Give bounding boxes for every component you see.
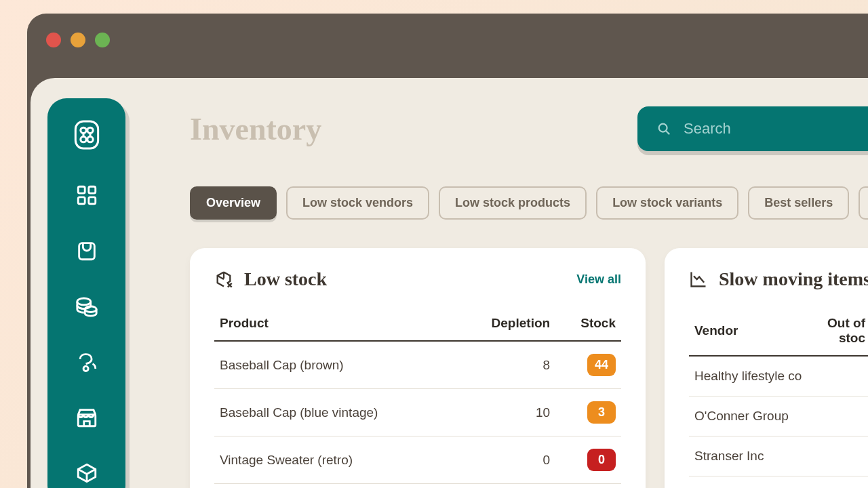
minimize-window-button[interactable] (71, 33, 85, 47)
cell-oos (810, 436, 868, 476)
maximize-window-button[interactable] (95, 33, 110, 47)
svg-point-14 (659, 124, 667, 132)
search-input[interactable]: Search (637, 106, 868, 151)
main-content: Inventory Search OverviewLow stock vendo… (146, 78, 868, 488)
cell-depletion: 8 (456, 341, 556, 389)
trend-down-icon (689, 270, 708, 289)
svg-point-2 (87, 127, 92, 133)
col-out-of-stock: Out of stoc (810, 309, 868, 356)
cell-product: Baseball Cap (blue vintage) (214, 389, 456, 436)
cell-vendor: O'Conner Group (689, 396, 810, 436)
svg-point-12 (83, 366, 88, 371)
package-icon[interactable] (75, 462, 98, 485)
stock-badge: 0 (587, 449, 616, 471)
shop-icon[interactable] (75, 239, 98, 262)
cell-depletion: 10 (456, 389, 556, 436)
cell-depletion: 10 (456, 484, 556, 489)
cell-vendor: Stranser Inc (689, 436, 810, 476)
dashboard-icon[interactable] (75, 184, 98, 207)
header: Inventory Search (190, 106, 868, 151)
svg-point-3 (80, 137, 85, 142)
cards-row: Low stock View all Product Depletion Sto… (190, 248, 868, 488)
low-stock-title: Low stock (244, 268, 327, 290)
storefront-icon[interactable] (75, 406, 98, 429)
cell-oos (810, 356, 868, 396)
low-stock-table: Product Depletion Stock Baseball Cap (br… (214, 309, 621, 488)
app-surface: Inventory Search OverviewLow stock vendo… (31, 78, 868, 488)
svg-rect-0 (75, 121, 98, 148)
stock-badge: 3 (587, 401, 616, 424)
tabs: OverviewLow stock vendorsLow stock produ… (190, 186, 868, 220)
sidebar (47, 98, 125, 488)
table-row[interactable]: Vintage Sweater (retro)00 (214, 436, 621, 484)
cell-stock: 2 (555, 484, 621, 489)
box-x-icon (214, 270, 233, 289)
svg-point-10 (77, 298, 90, 305)
tab-stocktake[interactable]: Stocktake (859, 186, 868, 220)
page-title: Inventory (190, 111, 321, 147)
cell-product: Vintage Sweater (retro) (214, 436, 456, 484)
support-icon[interactable] (75, 350, 98, 373)
logo-icon (73, 119, 100, 151)
low-stock-card: Low stock View all Product Depletion Sto… (190, 248, 646, 488)
cell-product: Cargo Jeans (khaki) (214, 484, 456, 489)
coins-icon[interactable] (75, 295, 98, 318)
tab-low-stock-variants[interactable]: Low stock variants (596, 186, 738, 220)
cell-oos (810, 476, 868, 489)
search-placeholder: Search (684, 120, 731, 138)
tab-low-stock-products[interactable]: Low stock products (439, 186, 587, 220)
cell-stock: 44 (555, 341, 621, 389)
slow-moving-card: Slow moving items Vendor Out of stoc Hea… (665, 248, 868, 488)
browser-window: Inventory Search OverviewLow stock vendo… (27, 14, 868, 488)
slow-moving-title: Slow moving items (719, 268, 868, 290)
cell-vendor: Healthy lifestyle co (689, 356, 810, 396)
tab-overview[interactable]: Overview (190, 186, 277, 220)
view-all-link[interactable]: View all (576, 272, 621, 287)
svg-rect-7 (78, 197, 85, 204)
slow-moving-table: Vendor Out of stoc Healthy lifestyle coO… (689, 309, 868, 488)
cell-product: Baseball Cap (brown) (214, 341, 456, 389)
stock-badge: 44 (587, 354, 616, 376)
svg-rect-6 (88, 186, 95, 193)
svg-point-1 (80, 127, 85, 133)
table-row[interactable]: Stranser Inc (689, 436, 868, 476)
col-vendor: Vendor (689, 309, 810, 356)
cell-vendor: Lesch, Adams and Kuvalis (689, 476, 810, 489)
svg-rect-5 (78, 186, 85, 193)
table-row[interactable]: Cargo Jeans (khaki)102 (214, 484, 621, 489)
search-icon (656, 121, 671, 136)
cell-stock: 3 (555, 389, 621, 436)
table-row[interactable]: Baseball Cap (brown)844 (214, 341, 621, 389)
svg-rect-8 (88, 197, 95, 204)
table-row[interactable]: Lesch, Adams and Kuvalis (689, 476, 868, 489)
tab-best-sellers[interactable]: Best sellers (748, 186, 849, 220)
window-controls (27, 14, 868, 47)
tab-low-stock-vendors[interactable]: Low stock vendors (286, 186, 429, 220)
table-row[interactable]: O'Conner Group (689, 396, 868, 436)
col-stock: Stock (555, 309, 621, 341)
cell-oos (810, 396, 868, 436)
cell-depletion: 0 (456, 436, 556, 484)
table-row[interactable]: Baseball Cap (blue vintage)103 (214, 389, 621, 436)
col-product: Product (214, 309, 456, 341)
svg-point-4 (87, 137, 92, 142)
close-window-button[interactable] (46, 33, 61, 47)
cell-stock: 0 (555, 436, 621, 484)
col-depletion: Depletion (456, 309, 556, 341)
table-row[interactable]: Healthy lifestyle co (689, 356, 868, 396)
